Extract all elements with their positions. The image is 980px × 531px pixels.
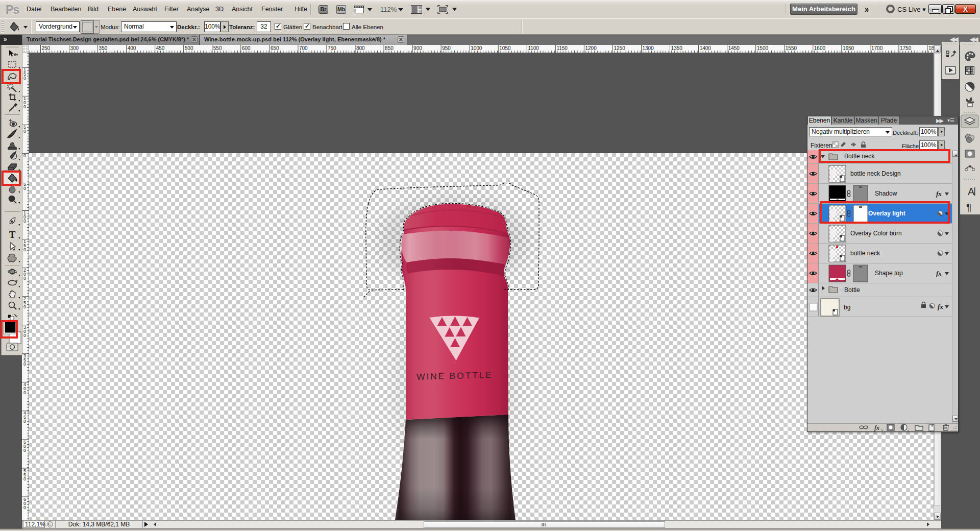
- svg-text:A: A: [968, 186, 975, 197]
- svg-text:T: T: [9, 229, 16, 240]
- svg-text:WINE BOTTLE: WINE BOTTLE: [416, 370, 493, 382]
- svg-text:¶: ¶: [966, 202, 972, 213]
- svg-text:fx: fx: [874, 424, 879, 431]
